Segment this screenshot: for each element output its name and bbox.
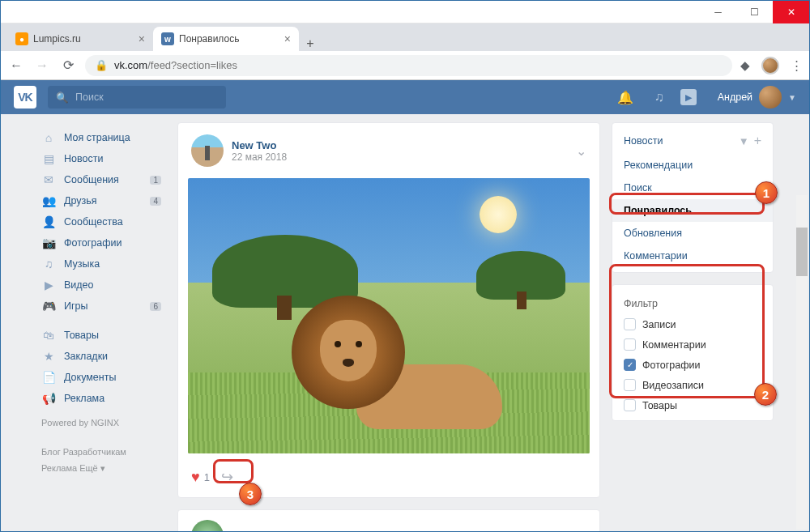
post-author-avatar[interactable] [191, 520, 224, 531]
tab-close-icon[interactable]: × [139, 32, 145, 45]
nav-item[interactable]: 📄Документы [36, 367, 166, 388]
notifications-icon[interactable]: 🔔 [612, 90, 638, 105]
section-tab[interactable]: Рекомендации [612, 154, 773, 177]
section-tab[interactable]: Поиск [612, 177, 773, 199]
add-icon[interactable]: + [754, 134, 761, 148]
vk-user-menu[interactable]: Андрей ▼ [718, 86, 796, 109]
left-nav: ⌂Моя страница▤Новости✉Сообщения1👥Друзья4… [36, 122, 166, 531]
address-bar[interactable]: 🔒 vk.com/feed?section=likes [85, 55, 732, 76]
nav-item[interactable]: ▶Видео [36, 275, 166, 296]
favicon-vk: w [161, 32, 174, 45]
post-more-icon[interactable]: ⌄ [576, 143, 586, 159]
profile-avatar-icon[interactable] [761, 57, 779, 74]
nav-icon: ▶ [41, 279, 56, 292]
search-placeholder: Поиск [75, 92, 104, 103]
music-icon[interactable]: ♫ [650, 90, 669, 104]
nav-label: Игры [64, 300, 87, 312]
filter-label: Записи [642, 319, 676, 330]
nav-label: Моя страница [64, 132, 130, 143]
post-image[interactable] [188, 178, 590, 453]
nav-label: Сообщения [64, 174, 119, 185]
window-minimize-button[interactable]: ─ [700, 1, 736, 23]
nav-label: Музыка [64, 258, 100, 270]
nav-icon: 👥 [41, 194, 56, 207]
tab-close-icon[interactable]: × [284, 32, 291, 45]
nav-icon: 🛍 [41, 329, 56, 342]
player-icon[interactable]: ▶ [680, 89, 697, 105]
nav-label: Видео [64, 279, 94, 291]
extension-icon[interactable]: ◆ [740, 58, 750, 73]
nav-icon: 📢 [41, 392, 56, 405]
filter-option[interactable]: ✓Фотографии [612, 355, 773, 375]
section-tab[interactable]: Понравилось [612, 199, 773, 222]
new-tab-button[interactable]: + [299, 36, 322, 51]
filter-option[interactable]: Товары [612, 395, 773, 415]
nav-item[interactable]: 👤Сообщества [36, 211, 166, 232]
post-author-link[interactable]: New Two [232, 139, 287, 151]
window-maximize-button[interactable]: ☐ [736, 1, 773, 23]
section-tab[interactable]: Обновления [612, 222, 773, 245]
checkbox-icon [624, 338, 636, 351]
like-button[interactable]: ♥ 1 [191, 469, 210, 486]
annotation-badge-3: 3 [239, 483, 262, 505]
checkbox-icon [624, 318, 636, 330]
nav-icon: 🎮 [41, 300, 56, 313]
nav-forward-button[interactable]: → [33, 58, 51, 73]
share-icon[interactable]: ↪ [221, 468, 233, 486]
nav-reload-button[interactable]: ⟳ [59, 57, 77, 73]
nav-item[interactable]: ♫Музыка [36, 253, 166, 275]
filter-label: Видеозаписи [642, 380, 704, 391]
section-tab[interactable]: Новости▼+ [612, 128, 773, 154]
post-author-link[interactable]: Фотошедевры [232, 530, 307, 532]
checkbox-icon: ✓ [624, 359, 636, 371]
browser-tabs: ● Lumpics.ru × w Понравилось × + [1, 23, 809, 51]
section-label: Рекомендации [624, 160, 693, 171]
window-close-button[interactable]: ✕ [773, 1, 809, 23]
nav-label: Документы [64, 372, 116, 383]
url-path: /feed?section=likes [147, 59, 237, 71]
nav-label: Фотографии [64, 237, 122, 249]
nav-icon: ⌂ [41, 131, 56, 144]
nav-item[interactable]: ▤Новости [36, 148, 166, 169]
nav-badge: 4 [150, 197, 161, 206]
nav-icon: 📄 [41, 371, 56, 384]
post-author-avatar[interactable] [191, 134, 224, 167]
nav-icon: 📷 [41, 236, 56, 249]
nav-footer-links[interactable]: Блог РазработчикамРеклама Ещё ▾ [36, 438, 166, 483]
username: Андрей [718, 92, 752, 103]
nav-item[interactable]: 📢Реклама [36, 388, 166, 409]
search-icon: 🔍 [56, 92, 69, 104]
nav-label: Реклама [64, 393, 104, 404]
nav-back-button[interactable]: ← [7, 58, 25, 73]
vk-header: VK 🔍 Поиск 🔔 ♫ ▶ Андрей ▼ [1, 80, 809, 114]
annotation-badge-2: 2 [754, 383, 777, 406]
filter-option[interactable]: Комментарии [612, 334, 773, 355]
section-label: Понравилось [624, 205, 692, 216]
nav-badge: 1 [150, 176, 161, 185]
filter-settings-icon[interactable]: ▼ [739, 135, 749, 147]
lock-icon: 🔒 [95, 59, 108, 71]
browser-tab-lumpics[interactable]: ● Lumpics.ru × [7, 27, 153, 51]
nav-item[interactable]: 📷Фотографии [36, 232, 166, 253]
post-card: Фотошедевры [177, 509, 600, 531]
nav-item[interactable]: ★Закладки [36, 346, 166, 367]
browser-tab-vk[interactable]: w Понравилось × [153, 27, 299, 51]
chevron-down-icon: ▼ [788, 93, 796, 102]
section-tab[interactable]: Комментарии [612, 245, 773, 267]
tab-title: Lumpics.ru [33, 33, 81, 45]
nav-item[interactable]: ✉Сообщения1 [36, 169, 166, 190]
nav-item[interactable]: ⌂Моя страница [36, 127, 166, 148]
filter-option[interactable]: Записи [612, 314, 773, 334]
vk-search-input[interactable]: 🔍 Поиск [48, 86, 226, 109]
nav-item[interactable]: 🎮Игры6 [36, 296, 166, 317]
news-sections: Новости▼+РекомендацииПоискПонравилосьОбн… [612, 122, 774, 273]
nav-item[interactable]: 👥Друзья4 [36, 190, 166, 211]
browser-menu-icon[interactable]: ⋮ [791, 58, 803, 73]
annotation-badge-1: 1 [755, 181, 778, 204]
nav-icon: ▤ [41, 152, 56, 165]
scrollbar[interactable] [796, 195, 808, 530]
filter-option[interactable]: Видеозаписи [612, 375, 773, 395]
filter-label: Товары [642, 400, 677, 411]
vk-logo[interactable]: VK [14, 86, 36, 109]
nav-item[interactable]: 🛍Товары [36, 325, 166, 346]
